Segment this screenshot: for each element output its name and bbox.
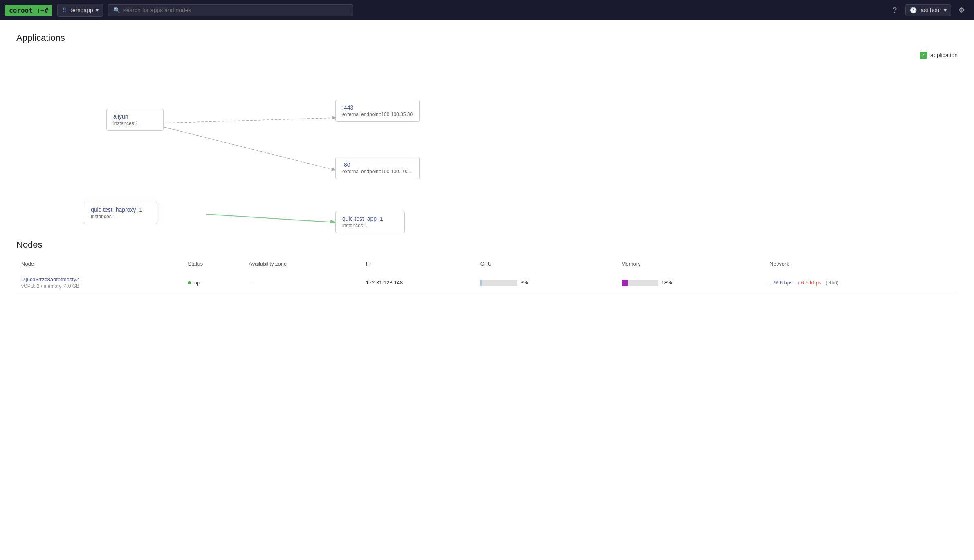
- search-icon: 🔍: [113, 7, 120, 13]
- cpu-bar-fill: [480, 280, 482, 286]
- applications-title: Applications: [16, 33, 958, 43]
- svg-line-2: [206, 214, 335, 222]
- status-label: up: [194, 280, 200, 286]
- main-content: Applications ✓ application: [0, 20, 974, 307]
- app-node-port80[interactable]: :80 external endpoint:100.100.100...: [335, 157, 420, 179]
- node-name-link[interactable]: iZj6ca3rrzc8abfbfmestyZ: [21, 276, 79, 282]
- search-bar[interactable]: 🔍: [108, 4, 353, 16]
- app-node-port443[interactable]: :443 external endpoint:100.100.35.30: [335, 100, 420, 122]
- diagram-legend: ✓ application: [920, 52, 958, 59]
- node-cpu-cell: 3%: [476, 271, 617, 294]
- svg-line-1: [164, 127, 335, 170]
- net-up-value: 6.5 kbps: [801, 280, 821, 286]
- clock-icon: 🕐: [910, 7, 917, 13]
- app-header: coroot :~# ⠿ demoapp ▾ 🔍 ? 🕐 last hour ▾…: [0, 0, 974, 20]
- haproxy-name: quic-test_haproxy_1: [91, 206, 150, 213]
- cpu-pct-label: 3%: [521, 280, 528, 286]
- net-up-icon: ↑: [797, 280, 800, 286]
- app1-name: quic-test_app_1: [342, 215, 398, 222]
- port80-name: :80: [342, 161, 413, 168]
- apps-icon: ⠿: [62, 7, 67, 14]
- node-az-cell: —: [244, 271, 361, 294]
- col-node: Node: [16, 257, 183, 271]
- net-down-icon: ↓: [770, 280, 772, 286]
- time-selector[interactable]: 🕐 last hour ▾: [905, 4, 951, 16]
- col-memory: Memory: [617, 257, 765, 271]
- port443-name: :443: [342, 104, 413, 111]
- net-down-value: 956 bps: [774, 280, 792, 286]
- app-selector[interactable]: ⠿ demoapp ▾: [57, 4, 103, 17]
- nodes-title: Nodes: [16, 240, 958, 250]
- app-node-haproxy[interactable]: quic-test_haproxy_1 instances:1: [84, 202, 157, 224]
- port443-endpoint: external endpoint:100.100.35.30: [342, 112, 413, 117]
- help-button[interactable]: ?: [887, 3, 902, 18]
- chevron-down-icon: ▾: [96, 7, 99, 13]
- col-cpu: CPU: [476, 257, 617, 271]
- app1-instances: instances:1: [342, 223, 398, 228]
- col-status: Status: [183, 257, 244, 271]
- node-memory-cell: 18%: [617, 271, 765, 294]
- table-row: iZj6ca3rrzc8abfbfmestyZ vCPU: 2 / memory…: [16, 271, 958, 294]
- node-name-cell: iZj6ca3rrzc8abfbfmestyZ vCPU: 2 / memory…: [16, 271, 183, 294]
- mem-bar-fill: [622, 280, 628, 286]
- col-ip: IP: [361, 257, 476, 271]
- connections-svg: [16, 52, 958, 223]
- applications-section: Applications ✓ application: [16, 33, 958, 223]
- nodes-table-header: Node Status Availability zone IP CPU Mem…: [16, 257, 958, 271]
- settings-button[interactable]: ⚙: [954, 3, 969, 18]
- legend-checkbox[interactable]: ✓: [920, 52, 927, 59]
- node-status-cell: up: [183, 271, 244, 294]
- cpu-bar-bg: [480, 280, 517, 286]
- help-icon: ?: [893, 6, 897, 15]
- app-node-aliyun[interactable]: aliyun instances:1: [106, 109, 164, 131]
- app-diagram: ✓ application: [16, 52, 958, 223]
- chevron-down-icon: ▾: [944, 7, 947, 13]
- svg-line-0: [164, 118, 335, 123]
- net-iface-label: (eth0): [826, 280, 838, 286]
- node-sub: vCPU: 2 / memory: 4.0 GB: [21, 283, 178, 289]
- port80-endpoint: external endpoint:100.100.100...: [342, 169, 413, 175]
- app-selector-label: demoapp: [69, 7, 93, 13]
- col-az: Availability zone: [244, 257, 361, 271]
- mem-bar-bg: [622, 280, 658, 286]
- nodes-section: Nodes Node Status Availability zone IP C…: [16, 240, 958, 294]
- mem-pct-label: 18%: [662, 280, 672, 286]
- search-input[interactable]: [123, 7, 348, 13]
- status-dot: [188, 281, 191, 284]
- aliyun-name: aliyun: [113, 113, 157, 120]
- node-network-cell: ↓ 956 bps ↑ 6.5 kbps (eth0): [765, 271, 958, 294]
- node-ip-cell: 172.31.128.148: [361, 271, 476, 294]
- time-selector-label: last hour: [919, 7, 941, 13]
- app-node-app1[interactable]: quic-test_app_1 instances:1: [335, 211, 405, 233]
- settings-icon: ⚙: [958, 6, 965, 15]
- header-right: ? 🕐 last hour ▾ ⚙: [887, 3, 969, 18]
- logo[interactable]: coroot :~#: [5, 5, 52, 16]
- haproxy-instances: instances:1: [91, 214, 150, 220]
- aliyun-instances: instances:1: [113, 121, 157, 126]
- nodes-table-body: iZj6ca3rrzc8abfbfmestyZ vCPU: 2 / memory…: [16, 271, 958, 294]
- legend-label: application: [930, 52, 958, 58]
- col-network: Network: [765, 257, 958, 271]
- nodes-table: Node Status Availability zone IP CPU Mem…: [16, 257, 958, 294]
